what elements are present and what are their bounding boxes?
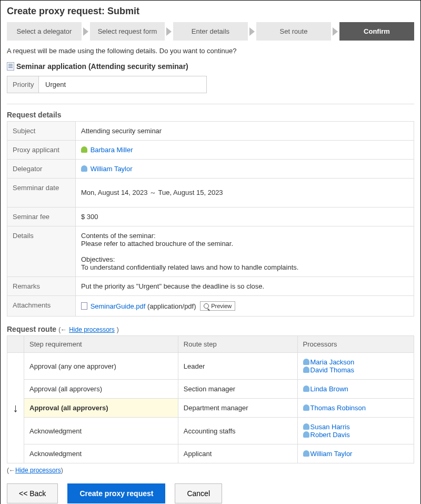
- seminar-date-label: Semminar date: [7, 179, 76, 207]
- attachment-link[interactable]: SeminarGuide.pdf: [91, 302, 146, 310]
- attachment-icon: [81, 302, 87, 310]
- priority-value: Urgent: [39, 76, 206, 93]
- hide-processors-link[interactable]: Hide processors: [69, 326, 115, 333]
- step-set-route[interactable]: Set route: [256, 22, 331, 41]
- route-processors: Maria JacksonDavid Thomas: [297, 353, 414, 380]
- subject-value: Attending security seminar: [76, 122, 414, 141]
- seminar-fee-value: $ 300: [76, 207, 414, 226]
- route-step-name: Applicant: [178, 444, 297, 463]
- step-enter-details[interactable]: Enter details: [173, 22, 248, 41]
- subject-label: Subject: [7, 122, 76, 141]
- route-header-route-step: Route step: [178, 336, 297, 353]
- chevron-right-icon: [166, 27, 172, 36]
- route-row: AcknowledgmentAccounting staffsSusan Har…: [7, 418, 414, 444]
- user-green-icon: [81, 146, 87, 153]
- step-confirm[interactable]: Confirm: [339, 22, 414, 41]
- chevron-right-icon: [333, 27, 338, 36]
- attachments-label: Attachments: [7, 296, 76, 317]
- route-step-name: Section manager: [178, 380, 297, 399]
- details-value: Contents of the seminar: Please refer to…: [76, 226, 414, 277]
- chevron-right-icon: [83, 27, 88, 36]
- route-step-requirement: Approval (any one approver): [24, 353, 178, 380]
- user-blue-icon: [303, 404, 309, 411]
- hide-processors-bottom-link[interactable]: Hide processors: [15, 467, 61, 474]
- proxy-applicant-link[interactable]: Barbara Miller: [91, 146, 133, 154]
- processor-link[interactable]: William Taylor: [310, 450, 353, 458]
- attachment-type: (application/pdf): [147, 302, 196, 310]
- processor-link[interactable]: David Thomas: [310, 366, 355, 374]
- route-table: Step requirement Route step Processors ↓…: [7, 335, 414, 463]
- request-route-title: Request route: [7, 325, 56, 333]
- route-step-requirement: Acknowledgment: [24, 418, 178, 444]
- route-step-requirement: Approval (all approvers): [24, 399, 178, 418]
- processor-link[interactable]: Thomas Robinson: [310, 404, 366, 412]
- details-label: Details: [7, 226, 76, 277]
- route-row: AcknowledgmentApplicantWilliam Taylor: [7, 444, 414, 463]
- delegator-link[interactable]: William Taylor: [91, 165, 133, 173]
- intro-text: A request will be made using the followi…: [7, 47, 414, 55]
- user-blue-icon: [303, 450, 309, 457]
- route-step-name: Department manager: [178, 399, 297, 418]
- route-processors: Susan HarrisRobert Davis: [297, 418, 414, 444]
- form-name: Seminar application (Attending security …: [16, 62, 188, 71]
- user-blue-icon: [303, 367, 309, 373]
- route-header-processors: Processors: [297, 336, 414, 353]
- route-row: ↓Approval (any one approver)LeaderMaria …: [7, 353, 414, 380]
- processor-link[interactable]: Robert Davis: [310, 431, 350, 439]
- create-proxy-request-button[interactable]: Create proxy request: [67, 483, 165, 503]
- route-step-requirement: Approval (all approvers): [24, 380, 178, 399]
- proxy-applicant-label: Proxy applicant: [7, 141, 76, 160]
- route-processors: Thomas Robinson: [297, 399, 414, 418]
- route-processors: William Taylor: [297, 444, 414, 463]
- seminar-date-value: Mon, August 14, 2023 ～ Tue, August 15, 2…: [76, 179, 414, 207]
- divider: [7, 104, 414, 104]
- magnifier-icon: [204, 303, 209, 309]
- seminar-fee-label: Seminar fee: [7, 207, 76, 226]
- delegator-label: Delegator: [7, 160, 76, 179]
- priority-box: Priority Urgent: [7, 76, 207, 93]
- user-blue-icon: [303, 431, 309, 438]
- route-row: Approval (all approvers)Department manag…: [7, 399, 414, 418]
- cancel-button[interactable]: Cancel: [175, 483, 222, 503]
- processor-link[interactable]: Linda Brown: [310, 385, 348, 393]
- route-header-arrow: [7, 336, 24, 353]
- step-select-delegator[interactable]: Select a delegator: [7, 22, 82, 41]
- step-select-request-form[interactable]: Select request form: [90, 22, 165, 41]
- form-name-row: Seminar application (Attending security …: [7, 62, 414, 71]
- back-button[interactable]: << Back: [7, 483, 58, 503]
- processor-link[interactable]: Susan Harris: [310, 423, 350, 431]
- route-row: Approval (all approvers)Section managerL…: [7, 380, 414, 399]
- route-header-step-requirement: Step requirement: [24, 336, 178, 353]
- step-bar: Select a delegator Select request form E…: [7, 22, 414, 41]
- remarks-value: Put the priority as "Urgent" because the…: [76, 277, 414, 296]
- page-title: Create proxy request: Submit: [7, 6, 414, 17]
- route-step-requirement: Acknowledgment: [24, 444, 178, 463]
- route-processors: Linda Brown: [297, 380, 414, 399]
- user-blue-icon: [303, 386, 309, 392]
- form-icon: [7, 62, 14, 71]
- processor-link[interactable]: Maria Jackson: [310, 358, 355, 366]
- request-details-title: Request details: [7, 111, 414, 119]
- request-details-table: Subject Attending security seminar Proxy…: [7, 121, 414, 317]
- user-blue-icon: [303, 423, 309, 430]
- route-step-name: Leader: [178, 353, 297, 380]
- user-blue-icon: [303, 359, 309, 365]
- route-step-name: Accounting staffs: [178, 418, 297, 444]
- route-flow-arrow-icon: ↓: [7, 353, 24, 463]
- chevron-right-icon: [249, 27, 255, 36]
- preview-button[interactable]: Preview: [200, 301, 235, 311]
- user-blue-icon: [81, 165, 87, 172]
- priority-label: Priority: [7, 76, 39, 93]
- remarks-label: Remarks: [7, 277, 76, 296]
